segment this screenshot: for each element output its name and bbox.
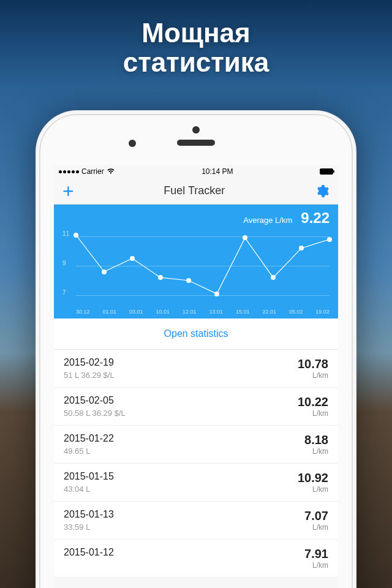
x-tick: 05.02 bbox=[289, 309, 303, 315]
page-title: Fuel Tracker bbox=[164, 184, 225, 197]
entry-detail: 51 L 36.29 $/L bbox=[64, 371, 115, 380]
chart-point bbox=[158, 275, 163, 280]
x-tick: 13.01 bbox=[209, 309, 223, 315]
entry-unit: L/km bbox=[298, 409, 328, 418]
chart-point bbox=[130, 256, 135, 261]
promo-headline: Мощная статистика bbox=[0, 0, 392, 78]
app-screen: Carrier 10:14 PM + Fuel Tracker bbox=[54, 165, 338, 588]
entry-value: 8.18 bbox=[304, 433, 328, 447]
line-chart[interactable]: 7911 30.1201.0103.0110.0112.0113.0115.01… bbox=[62, 229, 330, 315]
status-bar: Carrier 10:14 PM bbox=[54, 165, 338, 178]
battery-icon bbox=[320, 168, 333, 175]
y-tick: 7 bbox=[62, 288, 66, 295]
phone-sensor bbox=[192, 126, 200, 134]
entry-detail: 33.59 L bbox=[64, 522, 114, 532]
entry-detail: 50.58 L 36.29 $/L bbox=[64, 409, 126, 418]
fuel-list: 2015-02-1951 L 36.29 $/L10.78L/km2015-02… bbox=[54, 350, 338, 578]
entry-unit: L/km bbox=[298, 485, 328, 494]
chart-point bbox=[243, 235, 247, 240]
carrier-label: Carrier bbox=[81, 167, 104, 176]
chart-point bbox=[102, 270, 107, 274]
chart-point bbox=[271, 275, 276, 280]
chart-point bbox=[214, 292, 219, 296]
avg-value: 9.22 bbox=[301, 209, 330, 227]
wifi-icon bbox=[107, 167, 115, 176]
avg-label: Average L/km bbox=[243, 216, 292, 225]
settings-button[interactable] bbox=[315, 184, 330, 198]
entry-detail: 49.65 L bbox=[64, 447, 114, 456]
chart-point bbox=[299, 246, 304, 251]
entry-value: 7.91 bbox=[304, 547, 328, 561]
entry-date: 2015-01-22 bbox=[64, 433, 114, 444]
list-item[interactable]: 2015-02-0550.58 L 36.29 $/L10.22L/km bbox=[54, 388, 338, 426]
entry-value: 10.78 bbox=[298, 357, 328, 371]
entry-date: 2015-02-05 bbox=[64, 395, 126, 406]
open-statistics-link[interactable]: Open statistics bbox=[54, 318, 338, 350]
chart-point bbox=[327, 237, 332, 242]
entry-date: 2015-01-15 bbox=[64, 471, 114, 482]
entry-unit: L/km bbox=[304, 523, 328, 532]
y-tick: 9 bbox=[62, 259, 66, 266]
list-item[interactable]: 2015-01-2249.65 L8.18L/km bbox=[54, 426, 338, 464]
chart-point bbox=[74, 233, 78, 238]
list-item[interactable]: 2015-01-127.91L/km bbox=[54, 540, 338, 578]
entry-value: 10.22 bbox=[298, 395, 328, 409]
x-tick: 15.01 bbox=[236, 309, 250, 315]
nav-bar: + Fuel Tracker bbox=[54, 178, 338, 205]
x-tick: 01.01 bbox=[102, 309, 116, 315]
entry-detail: 43.04 L bbox=[64, 484, 114, 494]
chart-card: Average L/km 9.22 7911 30.1201.0103.0110… bbox=[54, 205, 338, 318]
gear-icon bbox=[315, 184, 330, 198]
chart-point bbox=[186, 278, 191, 283]
entry-unit: L/km bbox=[298, 371, 328, 380]
entry-date: 2015-01-13 bbox=[64, 509, 114, 520]
entry-date: 2015-01-12 bbox=[64, 547, 114, 558]
x-tick: 12.01 bbox=[183, 309, 197, 315]
entry-date: 2015-02-19 bbox=[64, 357, 115, 368]
entry-value: 10.92 bbox=[298, 471, 328, 485]
promo-line2: статистика bbox=[0, 48, 392, 77]
x-tick: 19.02 bbox=[315, 309, 330, 315]
x-tick: 22.01 bbox=[262, 309, 276, 315]
entry-value: 7.07 bbox=[304, 509, 328, 523]
signal-dots-icon bbox=[59, 170, 79, 173]
x-tick: 10.01 bbox=[156, 309, 170, 315]
phone-camera bbox=[129, 140, 136, 147]
list-item[interactable]: 2015-02-1951 L 36.29 $/L10.78L/km bbox=[54, 350, 338, 388]
phone-speaker bbox=[177, 140, 215, 146]
add-button[interactable]: + bbox=[62, 181, 74, 201]
x-tick: 03.01 bbox=[129, 309, 143, 315]
list-item[interactable]: 2015-01-1333.59 L7.07L/km bbox=[54, 502, 338, 540]
entry-unit: L/km bbox=[304, 447, 328, 456]
promo-line1: Мощная bbox=[0, 18, 392, 48]
x-tick: 30.12 bbox=[76, 309, 90, 315]
y-tick: 11 bbox=[62, 230, 69, 236]
entry-unit: L/km bbox=[304, 561, 328, 570]
list-item[interactable]: 2015-01-1543.04 L10.92L/km bbox=[54, 464, 338, 502]
phone-frame: Carrier 10:14 PM + Fuel Tracker bbox=[36, 110, 356, 588]
status-time: 10:14 PM bbox=[202, 167, 233, 176]
